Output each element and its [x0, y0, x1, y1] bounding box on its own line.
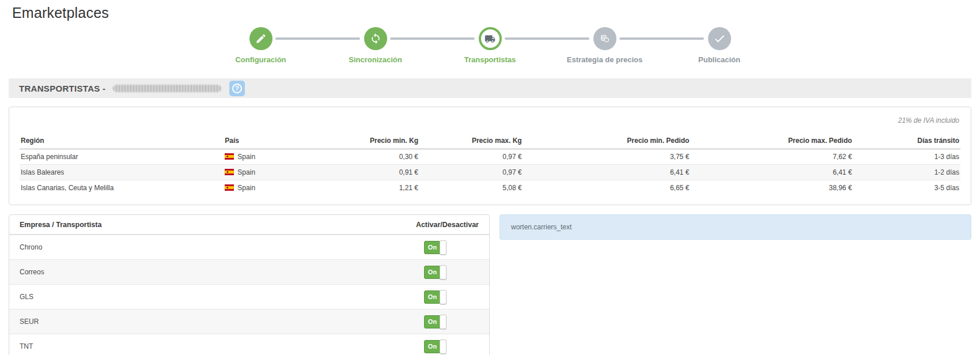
toggle-knob [440, 315, 447, 329]
check-icon [713, 32, 726, 45]
carrier-row-correos: Correos On [9, 259, 489, 284]
coins-icon [599, 33, 611, 44]
step-label: Configuración [235, 55, 286, 64]
country-cell: Spain [224, 180, 320, 196]
column-header-precio-min-pedido: Precio min. Pedido [523, 133, 691, 149]
spain-flag-icon [225, 184, 234, 191]
sync-icon [370, 33, 381, 44]
max-kg-cell: 0,97 € [419, 165, 523, 180]
column-header-dias-transito: Días tránsito [853, 133, 960, 149]
column-header-activar-desactivar: Activar/Desactivar [416, 221, 479, 229]
carrier-name: Chrono [20, 243, 42, 251]
carrier-toggle-gls[interactable]: On [424, 290, 447, 304]
min-order-cell: 6,65 € [523, 180, 691, 196]
carrier-row-tnt: TNT On [9, 334, 489, 355]
question-icon: ? [232, 84, 242, 93]
carrier-name: Correos [20, 268, 44, 276]
step-label: Sincronización [349, 55, 402, 64]
step-circle-publicacion[interactable] [708, 27, 731, 50]
max-order-cell: 7,62 € [690, 149, 853, 165]
step-configuracion[interactable]: Configuración [203, 27, 318, 64]
max-order-cell: 38,96 € [690, 180, 853, 196]
carrier-name: SEUR [20, 318, 39, 326]
column-header-empresa-transportista: Empresa / Transportista [20, 221, 101, 229]
vat-note: 21% de IVA incluido [20, 112, 960, 133]
step-label: Publicación [698, 55, 740, 64]
carrier-toggle-correos[interactable]: On [424, 265, 447, 280]
help-button[interactable]: ? [229, 81, 245, 96]
country-cell: Spain [224, 165, 320, 180]
toggle-on-label: On [424, 315, 441, 328]
carrier-toggle-tnt[interactable]: On [424, 339, 447, 354]
section-header-bar: TRANSPORTISTAS - ? [9, 78, 971, 98]
column-header-region: Región [20, 133, 224, 149]
carrier-row-gls: GLS On [9, 284, 489, 309]
step-sincronizacion[interactable]: Sincronización [318, 27, 433, 64]
table-row: Islas Canarias, Ceuta y Melilla Spain 1,… [20, 180, 960, 196]
step-circle-sincronizacion[interactable] [364, 27, 387, 50]
redacted-account-name [113, 85, 221, 92]
transit-cell: 1-2 días [853, 165, 960, 180]
carriers-panel: Empresa / Transportista Activar/Desactiv… [9, 214, 490, 355]
region-cell: Islas Baleares [20, 165, 224, 180]
transit-cell: 3-5 días [853, 180, 960, 196]
column-header-pais: País [224, 133, 320, 149]
toggle-knob [440, 290, 447, 304]
max-kg-cell: 5,08 € [419, 180, 523, 196]
spain-flag-icon [225, 153, 234, 160]
region-cell: España peninsular [20, 149, 224, 165]
carriers-info-box: worten.carriers_text [500, 214, 971, 240]
step-circle-configuracion[interactable] [249, 27, 273, 50]
column-header-precio-max-kg: Precio max. Kg [419, 133, 523, 149]
column-header-precio-max-pedido: Precio max. Pedido [690, 133, 853, 149]
stepper-connector [390, 37, 475, 40]
step-transportistas[interactable]: Transportistas [433, 27, 547, 64]
step-label: Transportistas [464, 55, 516, 64]
stepper-connector [275, 37, 360, 40]
carrier-row-seur: SEUR On [9, 309, 489, 334]
min-kg-cell: 0,91 € [320, 165, 419, 180]
spain-flag-icon [225, 169, 234, 175]
step-circle-estrategia[interactable] [593, 27, 616, 50]
toggle-knob [440, 339, 447, 354]
truck-icon [485, 33, 495, 44]
table-row: Islas Baleares Spain 0,91 € 0,97 € 6,41 … [20, 165, 960, 180]
carrier-row-chrono: Chrono On [9, 235, 489, 259]
carriers-header-row: Empresa / Transportista Activar/Desactiv… [9, 215, 489, 235]
toggle-on-label: On [424, 340, 441, 353]
carrier-toggle-chrono[interactable]: On [424, 240, 447, 255]
shipping-rates-table: Región País Precio min. Kg Precio max. K… [20, 133, 960, 195]
table-row: España peninsular Spain 0,30 € 0,97 € 3,… [20, 149, 960, 165]
min-order-cell: 6,41 € [523, 165, 691, 180]
toggle-on-label: On [424, 241, 441, 254]
section-title: TRANSPORTISTAS - [19, 84, 108, 93]
toggle-knob [440, 240, 447, 255]
wizard-stepper: Configuración Sincronización Transportis… [203, 27, 777, 69]
shipping-rates-panel: 21% de IVA incluido Región País Precio m… [9, 107, 971, 205]
carrier-name: TNT [20, 342, 33, 350]
page-title: Emarketplaces [0, 0, 980, 21]
min-kg-cell: 1,21 € [320, 180, 419, 196]
info-box-text: worten.carriers_text [511, 223, 572, 231]
toggle-on-label: On [424, 290, 441, 304]
step-estrategia-de-precios[interactable]: Estrategia de precios [547, 27, 662, 64]
pencil-icon [255, 33, 267, 44]
transit-cell: 1-3 días [853, 149, 960, 165]
stepper-connector [619, 37, 704, 40]
country-cell: Spain [224, 149, 320, 165]
carrier-toggle-seur[interactable]: On [424, 315, 447, 329]
stepper-connector [505, 37, 589, 40]
max-kg-cell: 0,97 € [419, 149, 523, 165]
min-order-cell: 3,75 € [523, 149, 691, 165]
toggle-knob [440, 265, 447, 280]
step-label: Estrategia de precios [567, 55, 643, 64]
region-cell: Islas Canarias, Ceuta y Melilla [20, 180, 224, 196]
table-header-row: Región País Precio min. Kg Precio max. K… [20, 133, 960, 149]
column-header-precio-min-kg: Precio min. Kg [320, 133, 419, 149]
max-order-cell: 6,41 € [690, 165, 853, 180]
carrier-name: GLS [20, 293, 33, 301]
toggle-on-label: On [424, 266, 441, 279]
step-publicacion[interactable]: Publicación [662, 27, 777, 64]
step-circle-transportistas[interactable] [479, 27, 502, 50]
min-kg-cell: 0,30 € [320, 149, 419, 165]
